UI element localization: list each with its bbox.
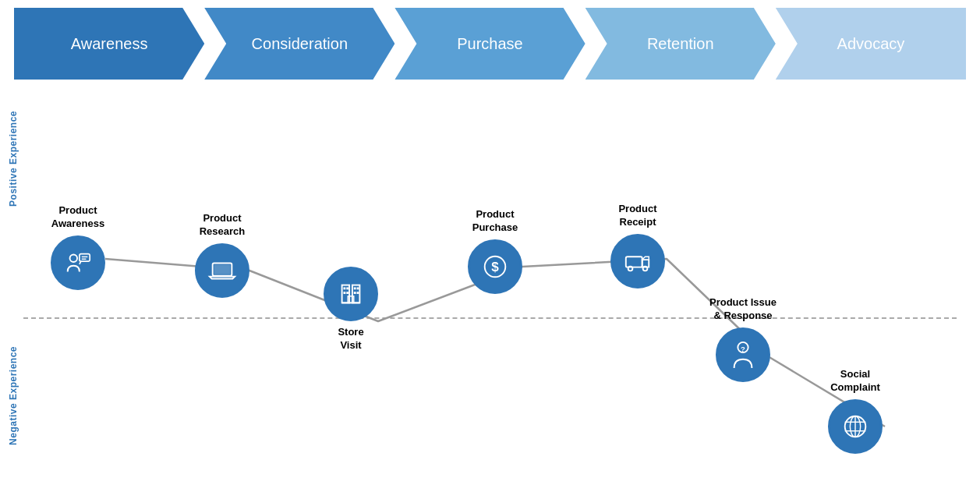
node-product-purchase-circle: $: [468, 239, 522, 294]
node-product-awareness: ProductAwareness: [51, 204, 105, 290]
node-product-issue-label: Product Issue& Response: [709, 296, 777, 323]
banner: Awareness Consideration Purchase Retenti…: [0, 0, 980, 87]
arrow-awareness: Awareness: [14, 8, 204, 80]
svg-rect-12: [357, 287, 359, 289]
svg-rect-16: [357, 292, 359, 294]
journey-area: Positive Experience Negative Experience …: [0, 87, 980, 492]
svg-rect-9: [344, 287, 346, 289]
node-product-receipt-label: ProductReceipt: [618, 203, 656, 229]
diagram-container: Awareness Consideration Purchase Retenti…: [0, 0, 980, 492]
node-social-complaint-label: SocialComplaint: [830, 368, 880, 395]
svg-rect-13: [344, 292, 346, 294]
svg-rect-14: [346, 292, 348, 294]
node-social-complaint-circle: [828, 399, 883, 454]
svg-rect-11: [354, 287, 356, 289]
svg-rect-21: [626, 257, 642, 267]
arrow-retention: Retention: [586, 8, 776, 80]
svg-rect-6: [214, 264, 231, 274]
node-product-research-circle: [195, 243, 249, 298]
svg-rect-10: [346, 287, 348, 289]
svg-point-0: [70, 254, 78, 262]
svg-point-23: [643, 266, 648, 271]
node-product-issue: Product Issue& Response ?: [709, 296, 777, 382]
arrow-advocacy: Advocacy: [776, 8, 966, 80]
svg-rect-1: [80, 253, 90, 261]
node-store-visit: StoreVisit: [324, 267, 378, 352]
svg-line-2: [80, 261, 81, 264]
node-product-research-label: ProductResearch: [200, 212, 246, 239]
svg-text:$: $: [491, 259, 499, 274]
svg-point-22: [628, 266, 633, 271]
node-product-purchase-label: ProductPurchase: [472, 208, 518, 235]
negative-label: Negative Experience: [8, 346, 19, 445]
node-product-research: ProductResearch: [195, 212, 249, 298]
node-product-awareness-label: ProductAwareness: [51, 204, 104, 231]
node-product-awareness-circle: [51, 235, 105, 290]
arrow-purchase: Purchase: [394, 8, 585, 80]
node-product-purchase: ProductPurchase $: [468, 208, 522, 294]
positive-label: Positive Experience: [8, 111, 19, 207]
node-product-receipt-circle: [610, 234, 665, 288]
node-store-visit-label: StoreVisit: [338, 326, 363, 352]
node-product-issue-circle: ?: [716, 327, 770, 382]
node-product-receipt: ProductReceipt: [610, 203, 665, 288]
experience-divider: [23, 317, 957, 319]
svg-text:?: ?: [741, 345, 745, 353]
node-store-visit-circle: [324, 267, 378, 321]
arrow-consideration: Consideration: [204, 8, 394, 80]
svg-rect-15: [354, 292, 356, 294]
node-social-complaint: SocialComplaint: [828, 368, 883, 454]
